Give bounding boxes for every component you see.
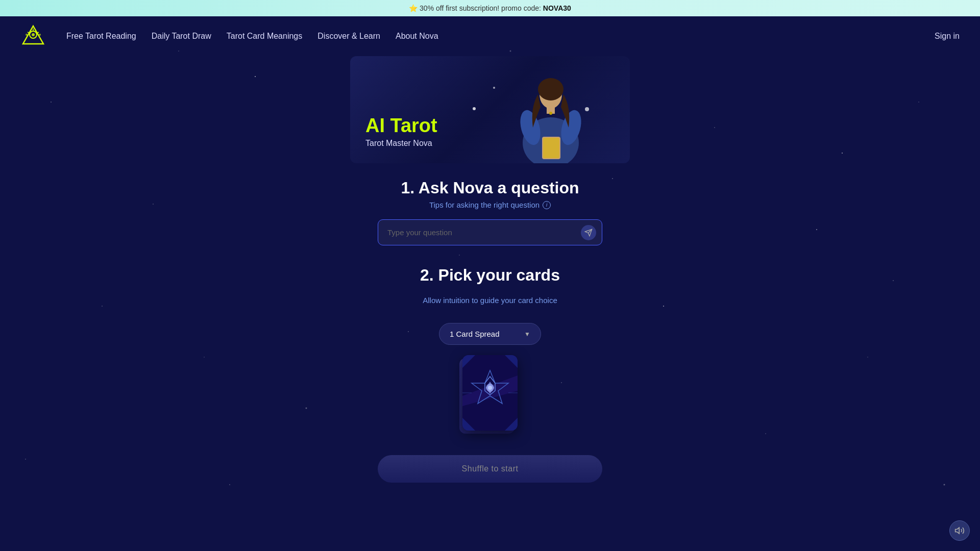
sound-button[interactable] (949, 520, 970, 541)
step2-heading: 2. Pick your cards (420, 266, 560, 285)
send-button[interactable] (581, 225, 596, 240)
step2-subtext: Allow intuition to guide your card choic… (423, 296, 557, 305)
svg-point-15 (538, 78, 564, 101)
spread-label: 1 Card Spread (450, 330, 500, 338)
svg-rect-12 (543, 138, 559, 158)
hero-title: AI Tarot (365, 115, 437, 137)
signin-button[interactable]: Sign in (935, 32, 960, 41)
spread-dropdown[interactable]: 1 Card Spread ▼ (439, 323, 541, 345)
svg-point-26 (488, 386, 492, 390)
svg-point-7 (39, 34, 41, 36)
question-input-wrapper (378, 219, 602, 245)
promo-code: NOVA30 (543, 4, 571, 12)
svg-point-2 (32, 33, 35, 36)
tarot-card-front[interactable] (462, 355, 518, 431)
shuffle-button[interactable]: Shuffle to start (378, 455, 602, 483)
question-input[interactable] (378, 219, 602, 245)
nav-link-card-meanings[interactable]: Tarot Card Meanings (227, 32, 303, 41)
sparkle-dot-2 (493, 87, 495, 89)
logo[interactable] (20, 23, 46, 49)
nav-links: Free Tarot Reading Daily Tarot Draw Taro… (66, 32, 935, 41)
promo-text: 30% off first subscription! promo code: (420, 4, 543, 12)
navbar: Free Tarot Reading Daily Tarot Draw Taro… (0, 16, 980, 56)
nav-link-discover[interactable]: Discover & Learn (317, 32, 380, 41)
hero-figure (502, 61, 599, 163)
svg-point-16 (549, 112, 552, 115)
tarot-card-container (459, 355, 521, 437)
hero-subtitle: Tarot Master Nova (365, 139, 437, 148)
sparkle-dot-1 (473, 107, 476, 110)
step1-tips[interactable]: Tips for asking the right question i (429, 201, 551, 209)
tips-text: Tips for asking the right question (429, 201, 540, 209)
tarot-card-art (462, 355, 518, 431)
svg-point-6 (26, 34, 28, 36)
info-icon: i (543, 201, 551, 209)
nav-link-free-reading[interactable]: Free Tarot Reading (66, 32, 136, 41)
logo-icon (20, 23, 46, 49)
hero-banner: AI Tarot Tarot Master Nova (350, 56, 630, 163)
nav-link-daily-draw[interactable]: Daily Tarot Draw (152, 32, 211, 41)
send-icon (584, 229, 593, 237)
step2-container: 2. Pick your cards Allow intuition to gu… (378, 266, 602, 483)
sound-icon (954, 525, 965, 536)
hero-text: AI Tarot Tarot Master Nova (365, 115, 437, 148)
promo-banner: ⭐ 30% off first subscription! promo code… (0, 0, 980, 16)
promo-emoji: ⭐ (409, 4, 418, 12)
svg-marker-33 (955, 528, 960, 534)
main-content: AI Tarot Tarot Master Nova 1. Ask Nova a… (0, 56, 980, 503)
nav-link-about[interactable]: About Nova (396, 32, 438, 41)
step1-heading: 1. Ask Nova a question (401, 179, 579, 197)
step2-subtext-text: Allow intuition to guide your card choic… (423, 296, 557, 305)
chevron-down-icon: ▼ (524, 331, 530, 338)
